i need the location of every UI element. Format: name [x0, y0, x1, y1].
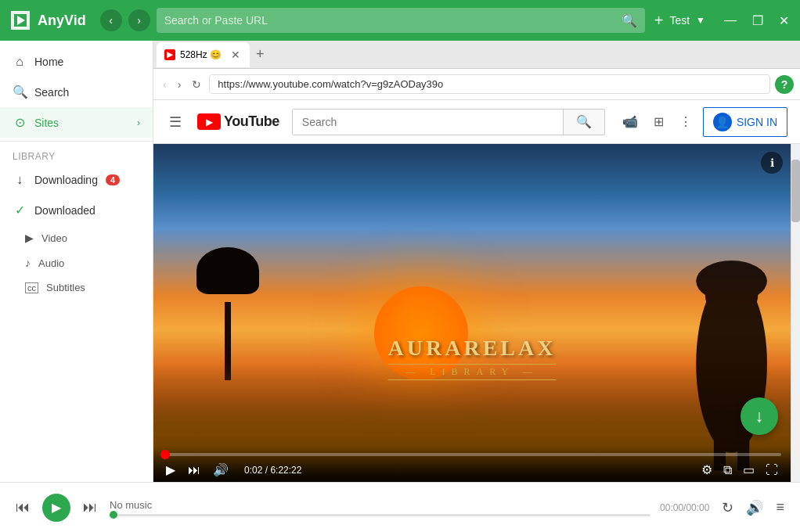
browser-back-button[interactable]: ‹	[160, 77, 170, 92]
window-controls: — ❐ ✕	[721, 12, 792, 30]
youtube-header-right: 📹 ⊞ ⋮ 👤 SIGN IN	[618, 107, 787, 137]
svg-point-5	[696, 261, 767, 302]
player-time-display: 00:00/00:00	[660, 502, 709, 513]
tab-label: 528Hz 😊	[180, 49, 222, 60]
video-info-button[interactable]: ℹ	[761, 152, 783, 174]
tree-canopy-left	[196, 247, 259, 294]
sidebar-item-home[interactable]: ⌂ Home	[0, 47, 153, 77]
video-miniplayer-button[interactable]: ⧉	[720, 462, 735, 479]
user-dropdown-icon[interactable]: ▼	[696, 15, 705, 26]
no-music-label: No music	[110, 499, 650, 511]
video-volume-button[interactable]: 🔊	[210, 461, 232, 479]
download-fab-button[interactable]: ↓	[741, 397, 778, 435]
hamburger-menu-button[interactable]: ☰	[166, 110, 185, 134]
youtube-search-button[interactable]: 🔍	[563, 110, 604, 135]
video-fullscreen-button[interactable]: ⛶	[762, 462, 781, 479]
search-input[interactable]	[164, 14, 615, 27]
sidebar-search-icon: 🔍	[13, 84, 27, 99]
sidebar-item-search[interactable]: 🔍 Search	[0, 77, 153, 107]
sites-icon: ⊙	[13, 115, 27, 130]
youtube-more-button[interactable]: ⋮	[675, 110, 697, 134]
player-right-buttons: ↻ 🔊 ≡	[719, 496, 787, 519]
video-next-button[interactable]: ⏭	[185, 462, 204, 479]
title-bar: AnyVid ‹ › 🔍 + Test ▼ — ❐ ✕	[0, 0, 800, 41]
player-prev-button[interactable]: ⏮	[13, 496, 33, 519]
content-area: ▶ 528Hz 😊 ✕ + ‹ › ↻ ? ☰ YouTube	[153, 41, 800, 482]
browser-forward-button[interactable]: ›	[175, 77, 185, 92]
video-progress-bar[interactable]	[163, 453, 781, 456]
sidebar-item-downloaded[interactable]: ✓ Downloaded	[0, 195, 153, 225]
sidebar: ⌂ Home 🔍 Search ⊙ Sites › Library ↓ Down…	[0, 41, 153, 482]
sign-in-label: SIGN IN	[737, 116, 777, 128]
browser-reload-button[interactable]: ↻	[189, 77, 204, 92]
youtube-video-cam-button[interactable]: 📹	[618, 110, 643, 134]
downloaded-icon: ✓	[13, 203, 27, 217]
sidebar-item-downloading[interactable]: ↓ Downloading 4	[0, 165, 153, 195]
add-tab-button[interactable]: +	[654, 12, 664, 30]
maximize-button[interactable]: ❐	[749, 12, 766, 30]
sidebar-item-sites[interactable]: ⊙ Sites ›	[0, 107, 153, 138]
scrollbar[interactable]	[791, 144, 800, 482]
video-total-time: 6:22:22	[270, 465, 301, 476]
url-search-bar[interactable]: 🔍	[157, 8, 645, 33]
tab-favicon: ▶	[164, 49, 175, 60]
close-button[interactable]: ✕	[776, 12, 792, 30]
video-play-button[interactable]: ▶	[163, 461, 178, 479]
tab-close-button[interactable]: ✕	[229, 49, 242, 61]
sidebar-divider	[0, 141, 153, 142]
browser-tab-active[interactable]: ▶ 528Hz 😊 ✕	[157, 42, 250, 67]
help-button[interactable]: ?	[775, 75, 794, 94]
app-name: AnyVid	[38, 13, 86, 29]
address-bar: ‹ › ↻ ?	[153, 69, 800, 100]
youtube-apps-button[interactable]: ⊞	[649, 110, 668, 134]
player-play-button[interactable]: ▶	[42, 494, 70, 522]
aurarelax-text: AURARELAX	[388, 336, 557, 361]
sidebar-home-label: Home	[34, 56, 63, 68]
video-current-time: 0:02	[244, 465, 262, 476]
forward-button[interactable]: ›	[128, 9, 150, 31]
scroll-thumb[interactable]	[791, 160, 800, 222]
youtube-search-input[interactable]	[293, 110, 563, 135]
sidebar-item-subtitles[interactable]: cc Subtitles	[0, 275, 153, 300]
library-section-label: Library	[0, 145, 153, 165]
sign-in-icon: 👤	[713, 113, 732, 131]
youtube-search-box[interactable]: 🔍	[292, 109, 605, 135]
video-progress-fill	[163, 453, 166, 456]
player-repeat-button[interactable]: ↻	[719, 496, 737, 519]
downloading-badge: 4	[106, 174, 120, 185]
video-controls-row: ▶ ⏭ 🔊 0:02 / 6:22:22 ⚙ ⧉	[163, 461, 781, 479]
video-logo-overlay: AURARELAX — LIBRARY —	[388, 336, 557, 380]
search-icon-button[interactable]: 🔍	[622, 13, 637, 28]
sidebar-item-audio[interactable]: ♪ Audio	[0, 250, 153, 275]
sidebar-item-video[interactable]: ▶ Video	[0, 225, 153, 250]
video-container: AURARELAX — LIBRARY — ℹ ↓	[153, 144, 791, 482]
minimize-button[interactable]: —	[721, 12, 740, 29]
video-time-display: 0:02 / 6:22:22	[244, 465, 301, 476]
home-icon: ⌂	[13, 55, 27, 69]
sidebar-sites-label: Sites	[34, 117, 59, 129]
sidebar-downloading-label: Downloading	[34, 174, 98, 186]
subtitles-icon: cc	[25, 282, 38, 293]
youtube-logo-text: YouTube	[224, 113, 279, 130]
video-with-scrollbar: AURARELAX — LIBRARY — ℹ ↓	[153, 144, 800, 482]
sidebar-audio-label: Audio	[38, 257, 64, 269]
youtube-header: ☰ YouTube 🔍 📹 ⊞ ⋮ 👤 SIGN IN	[153, 100, 800, 144]
url-input[interactable]	[209, 74, 770, 94]
browser-tabs: ▶ 528Hz 😊 ✕ +	[153, 41, 800, 69]
video-theater-button[interactable]: ▭	[740, 461, 758, 479]
video-controls: ▶ ⏭ 🔊 0:02 / 6:22:22 ⚙ ⧉	[153, 447, 791, 482]
player-volume-button[interactable]: 🔊	[743, 496, 766, 519]
sidebar-nav: ⌂ Home 🔍 Search ⊙ Sites › Library ↓ Down…	[0, 41, 153, 306]
video-right-controls: ⚙ ⧉ ▭ ⛶	[698, 461, 781, 479]
sites-arrow-icon: ›	[137, 117, 140, 128]
player-next-button[interactable]: ⏭	[80, 496, 100, 519]
player-playlist-button[interactable]: ≡	[773, 496, 787, 519]
new-tab-button[interactable]: +	[250, 46, 271, 63]
sign-in-button[interactable]: 👤 SIGN IN	[703, 107, 787, 137]
app-logo: AnyVid	[8, 8, 86, 33]
user-name: Test	[669, 14, 690, 27]
back-button[interactable]: ‹	[100, 9, 122, 31]
video-settings-button[interactable]: ⚙	[698, 461, 715, 479]
player-info: No music	[110, 499, 650, 516]
player-progress-bar[interactable]	[110, 514, 650, 516]
